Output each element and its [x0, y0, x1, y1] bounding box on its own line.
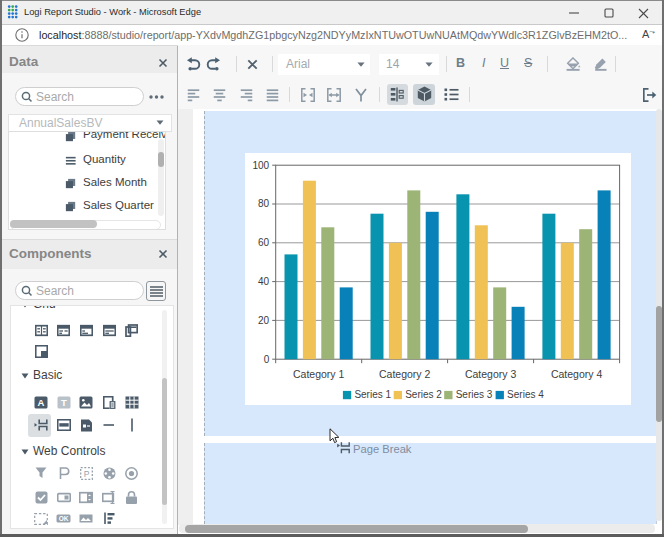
svg-text:Category 4: Category 4: [551, 368, 603, 380]
svg-text:Series 4: Series 4: [507, 389, 544, 400]
svg-text:Category 2: Category 2: [379, 368, 431, 380]
svg-text:60: 60: [258, 237, 270, 248]
svg-text:Series 2: Series 2: [405, 389, 442, 400]
svg-text:T: T: [61, 397, 67, 408]
svg-text:Series 1: Series 1: [354, 389, 391, 400]
svg-text:40: 40: [258, 276, 270, 287]
svg-text:100: 100: [253, 160, 270, 171]
svg-text:Category 3: Category 3: [465, 368, 517, 380]
svg-text:Series 3: Series 3: [456, 389, 493, 400]
svg-text:P: P: [84, 469, 90, 479]
svg-text:Category 1: Category 1: [293, 368, 345, 380]
svg-text:A: A: [38, 397, 45, 408]
svg-text:20: 20: [258, 315, 270, 326]
svg-text:80: 80: [258, 198, 270, 209]
svg-text:0: 0: [264, 354, 270, 365]
svg-text:OK: OK: [59, 515, 69, 522]
